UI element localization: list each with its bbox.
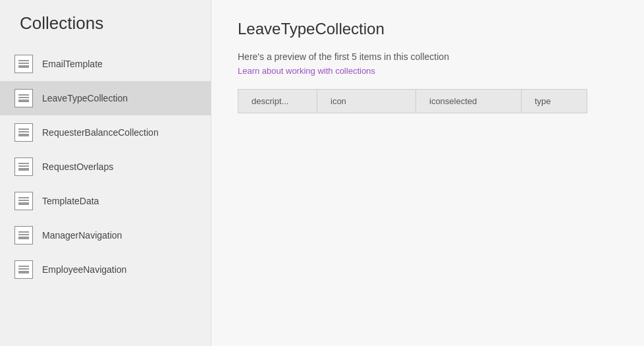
sidebar-item-employee-navigation[interactable]: EmployeeNavigation — [0, 252, 211, 287]
collection-icon — [13, 156, 34, 177]
sidebar-item-template-data[interactable]: TemplateData — [0, 184, 211, 218]
sidebar-item-requester-balance-collection[interactable]: RequesterBalanceCollection — [0, 115, 211, 150]
sidebar-item-label: EmailTemplate — [42, 59, 103, 69]
sidebar-item-email-template[interactable]: EmailTemplate — [0, 47, 211, 81]
collection-icon — [13, 259, 34, 280]
collection-icon — [13, 190, 34, 212]
sidebar-title: Collections — [0, 13, 211, 47]
sidebar-item-leave-type-collection[interactable]: LeaveTypeCollection — [0, 81, 211, 115]
sidebar-item-request-overlaps[interactable]: RequestOverlaps — [0, 150, 211, 184]
preview-text: Here's a preview of the first 5 items in… — [238, 51, 618, 62]
learn-link[interactable]: Learn about working with collections — [238, 66, 618, 76]
sidebar: Collections EmailTemplateLeaveTypeCollec… — [0, 0, 211, 346]
sidebar-item-label: LeaveTypeCollection — [42, 93, 128, 103]
sidebar-item-label: TemplateData — [42, 196, 99, 206]
collection-icon — [13, 225, 34, 246]
sidebar-item-manager-navigation[interactable]: ManagerNavigation — [0, 218, 211, 252]
sidebar-item-label: ManagerNavigation — [42, 230, 122, 241]
collection-icon — [13, 53, 34, 74]
table-column-header: icon — [317, 90, 416, 113]
page-title: LeaveTypeCollection — [238, 20, 618, 38]
sidebar-item-label: RequesterBalanceCollection — [42, 127, 159, 138]
table-column-header: type — [522, 90, 587, 113]
collection-icon — [13, 88, 34, 109]
sidebar-item-label: EmployeeNavigation — [42, 264, 126, 275]
table-column-header: iconselected — [416, 90, 522, 113]
collection-table: descript...iconiconselectedtype — [238, 89, 587, 113]
sidebar-item-label: RequestOverlaps — [42, 161, 113, 172]
table-column-header: descript... — [238, 90, 317, 113]
collection-icon — [13, 122, 34, 143]
main-content: LeaveTypeCollection Here's a preview of … — [211, 0, 644, 346]
